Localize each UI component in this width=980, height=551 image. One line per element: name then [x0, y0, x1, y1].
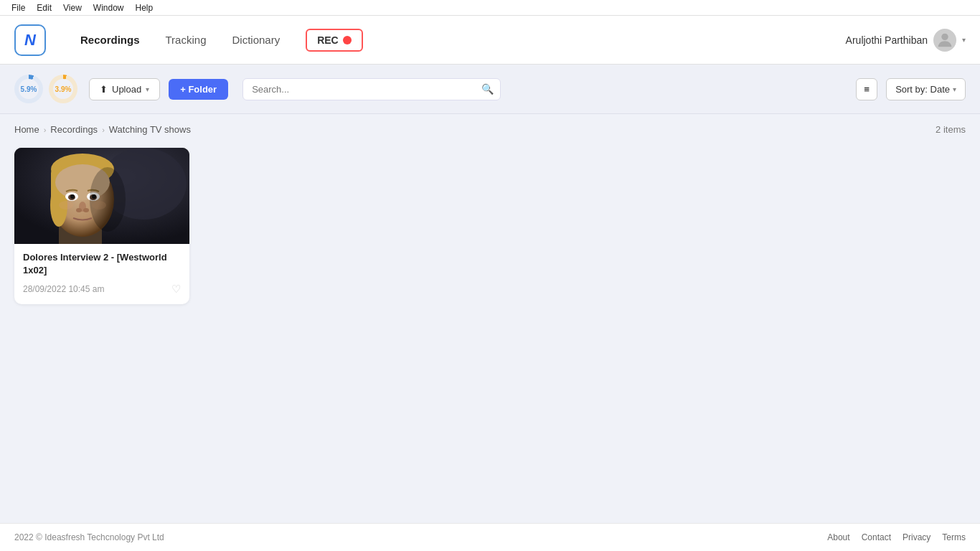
menu-file[interactable]: File — [6, 1, 31, 14]
storage-circles: 5.9% 3.9% — [14, 75, 77, 103]
svg-point-0 — [941, 33, 948, 39]
nav-links: Recordings Tracking Dictionary — [67, 28, 293, 52]
user-chevron-icon: ▾ — [962, 36, 966, 44]
heart-icon[interactable]: ♡ — [171, 283, 181, 296]
menu-help[interactable]: Help — [130, 1, 159, 14]
avatar-icon — [935, 30, 955, 50]
menu-edit[interactable]: Edit — [31, 1, 57, 14]
logo-letter: N — [24, 31, 36, 50]
nav-recordings[interactable]: Recordings — [67, 28, 153, 52]
rec-label: REC — [317, 34, 339, 46]
menu-view[interactable]: View — [57, 1, 88, 14]
sort-button[interactable]: Sort by: Date ▾ — [886, 78, 966, 100]
search-icon: 🔍 — [481, 83, 494, 95]
card-body: Dolores Interview 2 - [Westworld 1x02] 2… — [14, 244, 189, 304]
breadcrumb-sep-2: › — [102, 126, 105, 134]
storage-pct-1: 5.9% — [19, 79, 39, 99]
svg-point-17 — [76, 208, 82, 212]
breadcrumb-sep-1: › — [44, 126, 47, 134]
upload-button[interactable]: ⬆ Upload ▾ — [89, 78, 160, 100]
card-meta: 28/09/2022 10:45 am ♡ — [23, 283, 181, 296]
menu-window[interactable]: Window — [88, 1, 130, 14]
content-area: Dolores Interview 2 - [Westworld 1x02] 2… — [0, 141, 980, 311]
upload-label: Upload — [112, 84, 141, 95]
rec-dot-icon — [343, 36, 352, 44]
storage-circle-blue: 5.9% — [14, 75, 43, 103]
breadcrumb-home[interactable]: Home — [14, 124, 39, 135]
breadcrumb-current: Watching TV shows — [109, 124, 191, 135]
folder-label: + Folder — [180, 84, 217, 95]
search-wrap: 🔍 — [242, 78, 501, 100]
nav-dictionary[interactable]: Dictionary — [219, 28, 293, 52]
sort-chevron-icon: ▾ — [953, 85, 956, 93]
card-date: 28/09/2022 10:45 am — [23, 284, 104, 294]
card-thumbnail — [14, 148, 189, 244]
logo-hex: N — [14, 24, 46, 56]
sort-label: Sort by: Date — [895, 84, 950, 95]
breadcrumb-bar: Home › Recordings › Watching TV shows 2 … — [0, 114, 980, 141]
avatar — [933, 29, 956, 52]
logo[interactable]: N — [14, 24, 46, 56]
user-name: Aruljothi Parthiban — [846, 34, 928, 46]
user-area[interactable]: Aruljothi Parthiban ▾ — [846, 29, 966, 52]
upload-chevron-icon: ▾ — [146, 85, 149, 93]
rec-button[interactable]: REC — [306, 29, 363, 52]
svg-point-21 — [90, 167, 126, 232]
svg-point-14 — [70, 194, 75, 199]
topnav: N Recordings Tracking Dictionary REC Aru… — [0, 16, 980, 65]
thumbnail-image — [14, 148, 189, 244]
svg-point-18 — [83, 208, 89, 212]
card-title: Dolores Interview 2 - [Westworld 1x02] — [23, 251, 181, 277]
toolbar: 5.9% 3.9% ⬆ Upload ▾ + Folder 🔍 ≡ Sort b… — [0, 65, 980, 114]
table-row[interactable]: Dolores Interview 2 - [Westworld 1x02] 2… — [14, 148, 189, 304]
breadcrumb-recordings[interactable]: Recordings — [50, 124, 98, 135]
upload-icon: ⬆ — [100, 84, 108, 95]
search-input[interactable] — [242, 78, 501, 100]
menubar: File Edit View Window Help — [0, 0, 980, 16]
svg-point-19 — [59, 201, 73, 209]
storage-pct-2: 3.9% — [53, 79, 73, 99]
storage-circle-orange: 3.9% — [49, 75, 77, 103]
nav-tracking[interactable]: Tracking — [153, 28, 220, 52]
cards-grid: Dolores Interview 2 - [Westworld 1x02] 2… — [14, 148, 966, 304]
breadcrumb: Home › Recordings › Watching TV shows — [14, 124, 191, 135]
item-count: 2 items — [936, 124, 966, 135]
list-view-icon: ≡ — [864, 84, 870, 95]
list-view-button[interactable]: ≡ — [856, 78, 877, 100]
folder-button[interactable]: + Folder — [169, 79, 228, 100]
